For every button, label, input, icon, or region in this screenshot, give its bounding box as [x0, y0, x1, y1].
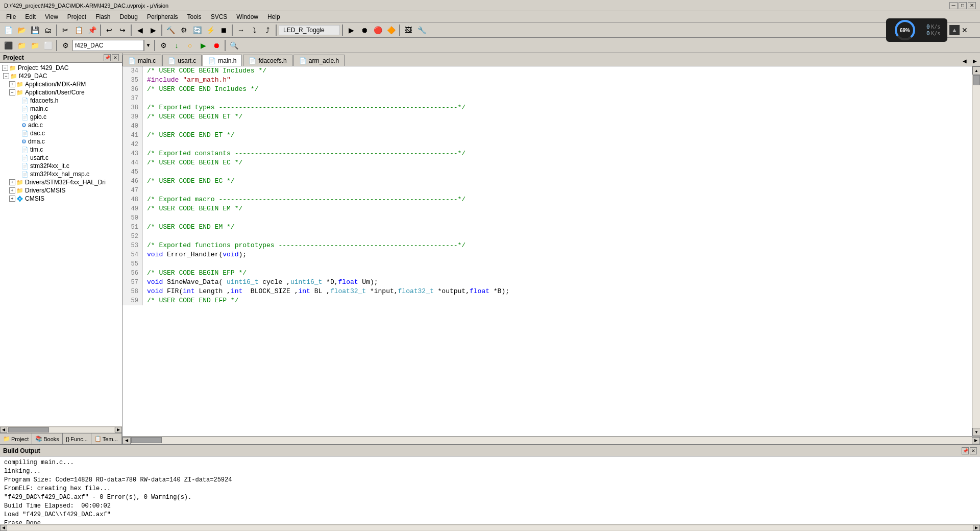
menu-item-debug[interactable]: Debug: [116, 12, 142, 21]
project-panel-pin[interactable]: 📌: [104, 54, 111, 61]
proj-tab-books[interactable]: 📚 Books: [32, 433, 63, 444]
expand-f429_dac[interactable]: −: [3, 73, 9, 79]
proj-tab-func[interactable]: {} Func...: [63, 433, 91, 444]
hscroll-left-button[interactable]: ◀: [122, 437, 131, 444]
tree-item-stm32-hal-msp[interactable]: 📄 stm32f4xx_hal_msp.c: [1, 170, 121, 178]
expand-app-user-core[interactable]: −: [9, 89, 15, 95]
editor-tab-main-c[interactable]: 📄 main.c: [122, 55, 161, 66]
menu-item-svcs[interactable]: SVCS: [207, 12, 232, 21]
tree-item-adc-c[interactable]: ⚙ adc.c: [1, 121, 121, 129]
tree-item-tim-c[interactable]: 📄 tim.c: [1, 146, 121, 154]
tree-item-app-mdk[interactable]: + 📁 Application/MDK-ARM: [1, 80, 121, 88]
rebuild-button[interactable]: 🔄: [191, 24, 203, 36]
build-button[interactable]: ⚙: [178, 24, 190, 36]
tb2-download-button[interactable]: ↓: [170, 39, 183, 52]
gauge-close-button[interactable]: ✕: [962, 26, 968, 34]
tb2-options-button[interactable]: ⚙: [59, 39, 71, 52]
menu-item-peripherals[interactable]: Peripherals: [143, 12, 182, 21]
menu-item-project[interactable]: Project: [63, 12, 90, 21]
compile-button[interactable]: 🔨: [164, 24, 177, 36]
reset-button[interactable]: 🔴: [372, 24, 384, 36]
editor-tabs-scroll-left[interactable]: ◀: [960, 56, 970, 66]
proj-scroll-right[interactable]: ▶: [115, 427, 122, 433]
build-hscroll-right[interactable]: ▶: [973, 525, 980, 531]
tb2-btn1[interactable]: ⬛: [2, 39, 14, 52]
target-dropdown[interactable]: ▼: [144, 40, 152, 51]
undo-button[interactable]: ↩: [103, 24, 115, 36]
minimize-button[interactable]: ─: [949, 2, 958, 9]
editor-tab-usart-c[interactable]: 📄 usart.c: [162, 55, 202, 66]
settings-btn[interactable]: 🔧: [415, 24, 428, 36]
menu-item-tools[interactable]: Tools: [183, 12, 206, 21]
menu-item-file[interactable]: File: [2, 12, 20, 21]
hscroll-thumb[interactable]: [131, 437, 162, 443]
debug-button[interactable]: 🔶: [385, 24, 397, 36]
maximize-button[interactable]: □: [959, 2, 967, 9]
project-panel-close[interactable]: ✕: [112, 54, 119, 61]
tree-item-drivers-stm[interactable]: + 📁 Drivers/STM32F4xx_HAL_Dri: [1, 178, 121, 186]
proj-scroll-left[interactable]: ◀: [0, 427, 7, 433]
tree-item-dac-c[interactable]: 📄 dac.c: [1, 129, 121, 137]
tb2-stop-button[interactable]: ⏺: [210, 39, 223, 52]
save-all-button[interactable]: 🗂: [42, 24, 54, 36]
expand-project-root[interactable]: −: [2, 65, 8, 71]
menu-item-flash[interactable]: Flash: [91, 12, 114, 21]
tree-item-cmsis[interactable]: + 💠 CMSIS: [1, 195, 121, 203]
menu-item-edit[interactable]: Edit: [21, 12, 40, 21]
editor-tab-arm-acle-h[interactable]: 📄 arm_acle.h: [293, 55, 345, 66]
new-file-button[interactable]: 📄: [2, 24, 14, 36]
paste-button[interactable]: 📌: [86, 24, 98, 36]
build-close-button[interactable]: ✕: [970, 447, 977, 454]
vscroll-thumb[interactable]: [973, 75, 980, 85]
expand-drivers-cmsis[interactable]: +: [9, 187, 15, 194]
tb2-config-button[interactable]: ⚙: [157, 39, 169, 52]
save-button[interactable]: 💾: [29, 24, 41, 36]
open-button[interactable]: 📂: [15, 24, 28, 36]
tb2-search-button[interactable]: 🔍: [228, 39, 240, 52]
proj-hscroll-thumb[interactable]: [8, 427, 49, 432]
hscroll-right-button[interactable]: ▶: [972, 437, 980, 444]
tb2-btn4[interactable]: ⬜: [42, 39, 54, 52]
stop-button[interactable]: ⏹: [217, 24, 230, 36]
expand-cmsis[interactable]: +: [9, 196, 15, 202]
tb2-run-button[interactable]: ▶: [197, 39, 209, 52]
flash-button[interactable]: ⚡: [204, 24, 216, 36]
editor-tabs-scroll-right[interactable]: ▶: [970, 56, 980, 66]
vscroll-up-button[interactable]: ▲: [972, 66, 980, 75]
stop-run-button[interactable]: ⏺: [358, 24, 371, 36]
tree-item-fdacoefs[interactable]: 📄 fdacoefs.h: [1, 96, 121, 105]
editor-tab-fdacoefs-h[interactable]: 📄 fdacoefs.h: [243, 55, 292, 66]
gauge-expand-button[interactable]: ▲: [949, 25, 960, 35]
tb2-erase-button[interactable]: ○: [184, 39, 196, 52]
redo-button[interactable]: ↪: [116, 24, 129, 36]
editor-tab-main-h[interactable]: 📄 main.h: [203, 55, 242, 66]
tree-item-main-c[interactable]: 📄 main.c: [1, 105, 121, 113]
run-button[interactable]: ▶: [345, 24, 357, 36]
tree-item-drivers-cmsis[interactable]: + 📁 Drivers/CMSIS: [1, 186, 121, 195]
code-editor[interactable]: 34 /* USER CODE BEGIN Includes */ 35 #in…: [122, 66, 972, 436]
tree-item-app-user-core[interactable]: − 📁 Application/User/Core: [1, 88, 121, 96]
tb2-btn3[interactable]: 📁: [29, 39, 41, 52]
tree-item-stm32-it[interactable]: 📄 stm32f4xx_it.c: [1, 162, 121, 170]
build-hscroll-left[interactable]: ◀: [0, 525, 7, 531]
forward-button[interactable]: ▶: [147, 24, 159, 36]
tree-item-project-root[interactable]: − 📁 Project: f429_DAC: [1, 64, 121, 72]
step-out-button[interactable]: ⤴: [261, 24, 274, 36]
cut-button[interactable]: ✂: [59, 24, 71, 36]
step-button[interactable]: →: [235, 24, 247, 36]
tb2-btn2[interactable]: 📁: [15, 39, 28, 52]
window-btn[interactable]: 🖼: [402, 24, 414, 36]
expand-app-mdk[interactable]: +: [9, 81, 15, 87]
menu-item-window[interactable]: Window: [232, 12, 262, 21]
menu-item-help[interactable]: Help: [263, 12, 284, 21]
back-button[interactable]: ◀: [134, 24, 146, 36]
tree-item-dma-c[interactable]: ⚙ dma.c: [1, 137, 121, 146]
copy-button[interactable]: 📋: [72, 24, 85, 36]
proj-tab-project[interactable]: 📁 Project: [0, 433, 32, 444]
proj-tab-tem[interactable]: 📋 Tem...: [91, 433, 121, 444]
menu-item-view[interactable]: View: [41, 12, 62, 21]
step-over-button[interactable]: ⤵: [248, 24, 260, 36]
build-pin-button[interactable]: 📌: [962, 447, 969, 454]
tree-item-f429_dac[interactable]: − 📁 f429_DAC: [1, 72, 121, 80]
tree-item-gpio-c[interactable]: 📄 gpio.c: [1, 113, 121, 121]
